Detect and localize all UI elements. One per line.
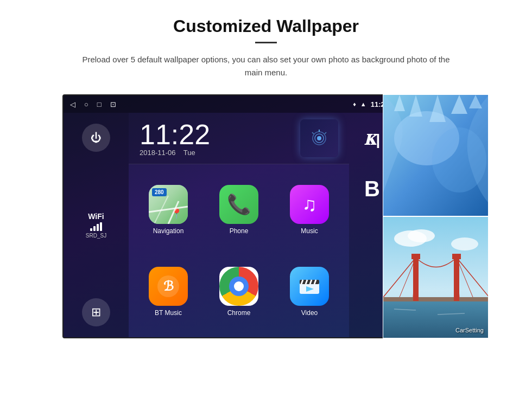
wifi-label: WiFi — [86, 212, 106, 221]
title-divider — [255, 42, 277, 43]
app-navigation[interactable]: 280 📍 Navigatio — [135, 171, 201, 249]
nav-map: 280 📍 — [149, 185, 188, 224]
phone-label: Phone — [230, 227, 249, 235]
music-icon: ♫ — [290, 185, 329, 224]
nav-roads — [149, 185, 188, 224]
status-bar: ◁ ○ □ ⊡ ♦ ▲ 11:22 — [64, 95, 395, 113]
chrome-inner-ring — [229, 277, 249, 296]
navigation-label: Navigation — [153, 227, 184, 235]
main-content: ⏻ WiFi SRD_SJ ⊞ — [64, 113, 395, 337]
app-chrome[interactable]: Chrome — [206, 253, 272, 331]
wallpaper-thumbnails: CarSetting — [383, 94, 489, 338]
b-text: B — [364, 177, 380, 201]
antenna-icon — [308, 127, 330, 149]
wifi-widget[interactable]: WiFi SRD_SJ — [86, 212, 106, 239]
video-label: Video — [301, 309, 318, 317]
wifi-bar-2 — [93, 226, 96, 231]
btmusic-label: BT Music — [155, 309, 182, 317]
video-clapperboard-glyph — [297, 274, 321, 298]
svg-rect-35 — [454, 258, 459, 301]
clock-day: Tue — [183, 149, 195, 157]
app-music[interactable]: ♫ Music — [276, 171, 343, 249]
app-grid: 280 📍 Navigatio — [129, 164, 349, 337]
bridge-svg — [383, 217, 489, 338]
svg-line-4 — [325, 132, 326, 134]
music-glyph: ♫ — [302, 193, 317, 216]
phone-icon: 📞 — [219, 185, 258, 224]
apps-grid-icon: ⊞ — [91, 305, 101, 319]
ki-text: 𝐊| — [364, 131, 380, 149]
home-nav-icon[interactable]: ○ — [84, 100, 88, 108]
ice-cave-svg — [383, 95, 489, 216]
power-button[interactable]: ⏻ — [82, 124, 110, 152]
chrome-icon — [219, 267, 258, 306]
svg-line-5 — [312, 132, 314, 134]
left-sidebar: ⏻ WiFi SRD_SJ ⊞ — [64, 113, 129, 337]
chrome-label: Chrome — [227, 309, 251, 317]
svg-point-29 — [451, 237, 478, 251]
clock-time: 11:22 — [140, 120, 210, 149]
video-icon — [290, 267, 329, 306]
carsetting-label: CarSetting — [455, 327, 484, 333]
app-btmusic[interactable]: ℬ BT Music — [135, 253, 201, 331]
clock-date-value: 2018-11-06 — [140, 149, 176, 157]
svg-line-7 — [149, 207, 188, 212]
wallpaper-ice-cave[interactable] — [383, 94, 489, 216]
wifi-bars — [86, 222, 106, 231]
device-area: ◁ ○ □ ⊡ ♦ ▲ 11:22 ⏻ — [43, 94, 489, 344]
music-label: Music — [301, 227, 318, 235]
screenshot-icon[interactable]: ⊡ — [110, 100, 116, 108]
recents-nav-icon[interactable]: □ — [97, 100, 102, 108]
status-bar-left: ◁ ○ □ ⊡ — [70, 100, 116, 108]
chrome-outer-ring — [219, 267, 258, 306]
svg-line-6 — [168, 201, 179, 224]
wifi-bar-4 — [100, 222, 102, 231]
page-title: Customized Wallpaper — [173, 16, 359, 36]
wifi-bar-3 — [97, 224, 99, 231]
svg-rect-34 — [413, 258, 419, 301]
page-wrapper: Customized Wallpaper Preload over 5 defa… — [0, 0, 532, 411]
apps-grid-button[interactable]: ⊞ — [82, 298, 110, 326]
wifi-ssid: SRD_SJ — [86, 233, 106, 239]
page-description: Preload over 5 default wallpaper options… — [76, 53, 456, 79]
btmusic-icon: ℬ — [149, 267, 188, 306]
chrome-center-dot — [234, 281, 244, 291]
sidebar-top: ⏻ — [82, 124, 110, 152]
svg-point-2 — [317, 136, 321, 140]
svg-point-28 — [408, 229, 435, 242]
svg-text:ℬ: ℬ — [163, 279, 174, 293]
location-icon: ♦ — [353, 101, 356, 107]
navigation-icon: 280 📍 — [149, 185, 188, 224]
svg-rect-33 — [383, 297, 489, 301]
antenna-icon-box[interactable] — [300, 119, 338, 157]
app-video[interactable]: Video — [276, 253, 343, 331]
back-nav-icon[interactable]: ◁ — [70, 100, 75, 108]
clock-display: 11:22 2018-11-06 Tue — [140, 120, 210, 157]
center-area: 11:22 2018-11-06 Tue — [129, 113, 349, 337]
wallpaper-bridge[interactable]: CarSetting — [383, 216, 489, 338]
clock-widget: 11:22 2018-11-06 Tue — [129, 113, 349, 164]
android-screen: ◁ ○ □ ⊡ ♦ ▲ 11:22 ⏻ — [62, 94, 396, 338]
power-icon: ⏻ — [91, 132, 102, 144]
bluetooth-glyph: ℬ — [157, 275, 180, 298]
wifi-signal-icon: ▲ — [360, 101, 366, 107]
app-phone[interactable]: 📞 Phone — [206, 171, 272, 249]
wifi-bar-1 — [90, 228, 92, 231]
phone-glyph: 📞 — [227, 193, 251, 216]
